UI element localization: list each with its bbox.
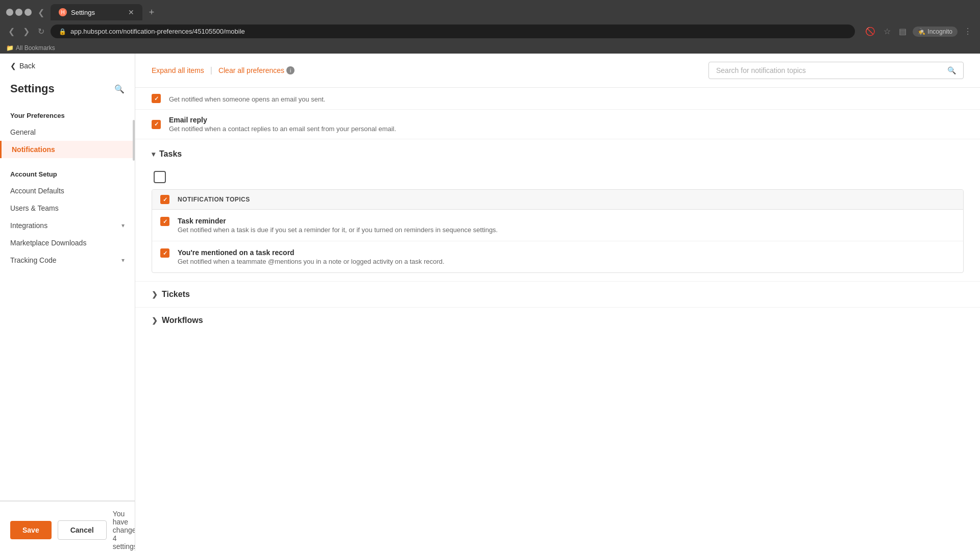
sidebar-item-account-defaults[interactable]: Account Defaults: [0, 182, 135, 199]
account-setup-section: Account Setup Account Defaults Users & T…: [0, 162, 135, 273]
email-open-description: Get notified when someone opens an email…: [169, 95, 964, 103]
sidebar-item-notifications[interactable]: Notifications: [0, 141, 135, 158]
url-text: app.hubspot.com/notification-preferences…: [70, 28, 245, 35]
browser-tab[interactable]: H Settings ✕: [51, 4, 142, 20]
mobile-device-icon: [154, 171, 166, 183]
incognito-icon: 🕵: [918, 28, 925, 35]
window-maximize-button[interactable]: □: [24, 9, 32, 16]
tab-back-forward[interactable]: ❮: [38, 8, 44, 17]
toolbar-divider: |: [210, 66, 212, 75]
sidebar-icon[interactable]: ▤: [897, 24, 909, 38]
star-icon[interactable]: ☆: [881, 24, 893, 38]
back-navigation-button[interactable]: ❮: [6, 24, 17, 38]
task-reminder-title: Task reminder: [178, 217, 955, 225]
tickets-section-header[interactable]: ❯ Tickets: [135, 281, 980, 307]
check-mark: ✓: [163, 250, 167, 257]
notification-topics-label: NOTIFICATION TOPICS: [178, 196, 250, 203]
tab-title: Settings: [71, 9, 95, 16]
tickets-chevron-icon: ❯: [152, 290, 158, 298]
task-reminder-checkbox[interactable]: ✓: [160, 217, 169, 226]
window-close-button[interactable]: ✕: [6, 9, 13, 16]
task-reminder-description: Get notified when a task is due if you s…: [178, 226, 955, 234]
task-mention-checkbox[interactable]: ✓: [160, 248, 169, 258]
check-mark: ✓: [154, 121, 159, 128]
check-mark: ✓: [154, 95, 159, 102]
email-reply-row: ✓ Email reply Get notified when a contac…: [135, 110, 980, 139]
workflows-section-title: Workflows: [162, 316, 203, 325]
account-setup-header: Account Setup: [0, 162, 135, 182]
refresh-button[interactable]: ↻: [36, 24, 46, 38]
main-content: Expand all items | Clear all preferences…: [135, 54, 980, 551]
workflows-chevron-icon: ❯: [152, 316, 158, 324]
changed-settings-text: You have changed 4 settings.: [113, 510, 135, 550]
search-box-icon: 🔍: [947, 66, 956, 74]
task-mention-description: Get notified when a teammate @mentions y…: [178, 258, 955, 265]
tab-close-button[interactable]: ✕: [128, 8, 134, 16]
tab-favicon: H: [59, 8, 67, 16]
tasks-inner-section: ✓ NOTIFICATION TOPICS ✓ Task reminder Ge…: [152, 189, 964, 273]
toolbar-left: Expand all items | Clear all preferences…: [152, 66, 295, 75]
new-tab-button[interactable]: +: [144, 5, 159, 19]
more-options-button[interactable]: ⋮: [962, 24, 974, 38]
email-reply-title: Email reply: [169, 116, 964, 124]
search-input[interactable]: [716, 66, 943, 74]
back-arrow-icon: ❮: [10, 62, 16, 70]
window-minimize-button[interactable]: –: [15, 9, 22, 16]
integrations-chevron-icon: ▾: [121, 222, 125, 229]
notification-topics-header-row: ✓ NOTIFICATION TOPICS: [152, 190, 963, 210]
incognito-badge: 🕵 Incognito: [913, 27, 958, 37]
tickets-section-title: Tickets: [162, 290, 190, 299]
task-reminder-row: ✓ Task reminder Get notified when a task…: [152, 210, 963, 241]
expand-all-link[interactable]: Expand all items: [152, 66, 204, 74]
sidebar-item-integrations[interactable]: Integrations ▾: [0, 217, 135, 234]
tasks-section-header[interactable]: ▾ Tasks: [135, 139, 980, 165]
email-reply-description: Get notified when a contact replies to a…: [169, 125, 964, 133]
check-mark: ✓: [163, 196, 167, 203]
your-preferences-header: Your Preferences: [0, 104, 135, 123]
back-button[interactable]: ❮ Back: [10, 62, 35, 70]
bookmarks-label: All Bookmarks: [16, 44, 55, 52]
tracking-code-chevron-icon: ▾: [121, 257, 125, 264]
tasks-section-title: Tasks: [159, 149, 182, 159]
sidebar-scrollbar[interactable]: [133, 120, 135, 161]
eyeslash-icon[interactable]: 🚫: [863, 24, 877, 38]
your-preferences-section: Your Preferences General Notifications: [0, 104, 135, 162]
task-mention-text: You're mentioned on a task record Get no…: [178, 248, 955, 265]
cancel-button[interactable]: Cancel: [58, 520, 107, 540]
clear-all-link[interactable]: Clear all preferences i: [218, 66, 295, 74]
email-open-row: ✓ Get notified when someone opens an ema…: [135, 88, 980, 110]
bookmarks-icon: 📁: [6, 44, 14, 52]
search-box[interactable]: 🔍: [708, 62, 964, 79]
tasks-chevron-icon: ▾: [152, 150, 155, 158]
content-toolbar: Expand all items | Clear all preferences…: [135, 54, 980, 88]
mobile-icon-area: [152, 169, 168, 185]
content-area: ✓ Get notified when someone opens an ema…: [135, 88, 980, 551]
email-reply-text: Email reply Get notified when a contact …: [169, 116, 964, 133]
email-open-checkbox[interactable]: ✓: [152, 94, 161, 103]
email-reply-checkbox[interactable]: ✓: [152, 120, 161, 129]
sidebar-search-button[interactable]: 🔍: [114, 84, 125, 94]
security-lock-icon: 🔒: [59, 28, 66, 35]
email-open-text: Get notified when someone opens an email…: [169, 94, 964, 103]
sidebar-item-marketplace-downloads[interactable]: Marketplace Downloads: [0, 234, 135, 252]
forward-navigation-button[interactable]: ❯: [21, 24, 32, 38]
task-mention-title: You're mentioned on a task record: [178, 248, 955, 257]
tasks-all-checkbox[interactable]: ✓: [160, 195, 169, 204]
sidebar-title: Settings: [10, 82, 55, 95]
save-button[interactable]: Save: [10, 521, 52, 539]
task-mention-row: ✓ You're mentioned on a task record Get …: [152, 241, 963, 272]
task-reminder-text: Task reminder Get notified when a task i…: [178, 217, 955, 234]
sidebar-item-users-teams[interactable]: Users & Teams: [0, 199, 135, 217]
sidebar-item-tracking-code[interactable]: Tracking Code ▾: [0, 252, 135, 269]
sidebar: ❮ Back Settings 🔍 Your Preferences Gener…: [0, 54, 135, 551]
info-icon: i: [286, 66, 295, 74]
check-mark: ✓: [163, 218, 167, 225]
bottom-action-bar: Save Cancel You have changed 4 settings.: [0, 500, 135, 551]
workflows-section-header[interactable]: ❯ Workflows: [135, 307, 980, 333]
address-bar[interactable]: 🔒 app.hubspot.com/notification-preferenc…: [51, 24, 855, 38]
sidebar-item-general[interactable]: General: [0, 123, 135, 141]
